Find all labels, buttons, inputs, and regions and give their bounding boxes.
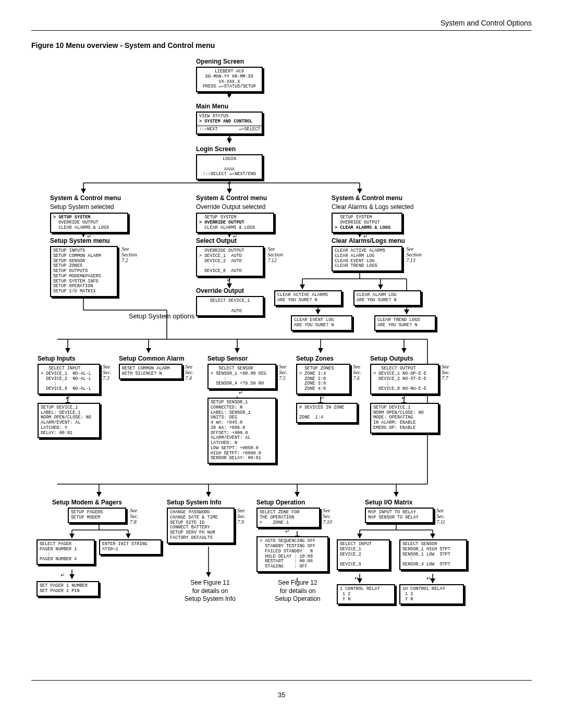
iomatrix-ctrl-b: 1H CONTROL RELAY 1 2 Y N	[399, 584, 464, 604]
svg-marker-75	[357, 534, 362, 538]
svg-marker-9	[227, 189, 232, 193]
setup-operation-lcd: SELECT ZONE FOR THE OPERATION > ZONE 1	[256, 508, 320, 528]
iomatrix-sel-input: SELECT INPUT DEVICE_1 DEVICE_2 : DEVICE_…	[337, 539, 390, 570]
scm1-lcd: > SETUP SYSTEM OVERRIDE OUTPUT CLEAR ALA…	[50, 213, 128, 233]
setup-iomatrix-block: Setup I/O Matrix MAP INPUT TO RELAY MAP …	[365, 498, 469, 525]
svg-marker-41	[318, 348, 323, 353]
page-header: System and Control Options	[31, 19, 532, 27]
setup-iomatrix-lcd: MAP INPUT TO RELAY MAP SENSOR TO RELAY	[365, 508, 434, 523]
ref-7-3: See Sec. 7.3	[103, 364, 111, 381]
page-root: System and Control Options Figure 10 Men…	[0, 0, 563, 711]
scm3-sub: Clear Alarms & Logs selected	[332, 203, 425, 211]
setup-zones-title: Setup Zones	[296, 355, 369, 362]
opening-title: Opening Screen	[196, 58, 263, 65]
see-fig-12: See Figure 12 for details on Setup Opera…	[259, 579, 337, 603]
scm-override: System & Control menu Override Output se…	[196, 193, 274, 239]
ref-7-7: See Sec. 7.7	[442, 364, 450, 381]
scm3-lcd: SETUP SYSTEM OVERRIDE OUTPUT > CLEAR ALA…	[332, 213, 402, 233]
ref-7-13: See Section 7.13	[406, 246, 421, 263]
ref-7-8: See Sec. 7.8	[130, 508, 138, 525]
svg-marker-43	[401, 348, 407, 353]
main-menu-block: Main Menu VIEW STATUS > SYSTEM AND CONTR…	[196, 102, 263, 141]
svg-marker-61	[394, 492, 399, 497]
opening-lcd: LIEBERT AC8 DD-MON-YY HR:MM:SS VX.XXX.X …	[196, 67, 263, 92]
svg-marker-67	[126, 534, 131, 538]
svg-marker-23	[300, 285, 305, 289]
scm1-title: System & Control menu	[50, 194, 128, 202]
svg-marker-81	[430, 578, 435, 583]
setup-system-lcd: SETUP INPUTS SETUP COMMON ALARM SETUP SE…	[50, 246, 118, 297]
enter-icon: ↵	[196, 93, 263, 98]
enter-icon: ↵	[426, 575, 431, 581]
init-string: ENTER INIT STRING ATS0=1	[99, 539, 162, 555]
diagram-canvas: Opening Screen LIEBERT AC8 DD-MON-YY HR:…	[31, 55, 532, 680]
select-pager: SELECT PAGER PAGER NUMBER 1 : PAGER NUMB…	[36, 539, 95, 565]
svg-marker-59	[295, 492, 300, 497]
iomatrix-ctrl-a: 1 CONTROL RELAY 1 2 Y N	[337, 584, 395, 604]
ref-7-10: See Sec. 7.10	[323, 508, 332, 525]
svg-marker-11	[357, 189, 362, 193]
scm-setup-system: System & Control menu Setup System selec…	[50, 193, 128, 239]
enter-icon: ↵	[256, 528, 318, 534]
setup-operation-title: Setup Operation	[256, 499, 345, 506]
svg-marker-57	[206, 492, 211, 497]
setup-outputs-detail: SETUP DEVICE_1 NORM OPEN/CLOSE: NO MODE:…	[370, 403, 439, 434]
svg-marker-77	[430, 534, 435, 538]
setup-modem-title: Setup Modem & Pagers	[52, 499, 172, 506]
ref-7-12: See Section 7.12	[267, 246, 283, 263]
ask-event: CLEAR EVENT LOG ARE YOU SURE? N	[291, 315, 352, 331]
setup-sysinfo-block: Setup System Info CHANGE PASSWORD CHANGE…	[167, 498, 261, 544]
enter-icon: ↵	[38, 395, 98, 401]
set-pager: SET PAGER 1 NUMBER SET PAGER 1 PIN	[36, 581, 99, 597]
setup-system-title: Setup System menu	[50, 237, 139, 244]
see-fig-11: See Figure 11 for details on Setup Syste…	[171, 579, 249, 603]
svg-marker-29	[404, 310, 409, 314]
setup-sensor-block: Setup Sensor SELECT SENSOR > SENSOR_1 +8…	[207, 354, 291, 464]
setup-zones-lcd: SETUP ZONES > ZONE 1:4 ZONE 2:0 ZONE 3:0…	[296, 364, 350, 394]
setup-common-alarm-title: Setup Common Alarm	[119, 355, 202, 362]
svg-marker-7	[81, 189, 86, 193]
main-menu-title: Main Menu	[196, 103, 263, 110]
scm2-title: System & Control menu	[196, 194, 274, 202]
svg-marker-69	[69, 574, 75, 579]
login-block: Login Screen LOGIN AAAA ↑↓=SELECT ↵=NEXT…	[196, 144, 263, 186]
enter-icon: ↵	[196, 180, 263, 186]
setup-system-block: Setup System menu SETUP INPUTS SETUP COM…	[50, 236, 139, 297]
svg-marker-35	[65, 348, 70, 353]
ask-alarm: CLEAR ALARM LOG ARE YOU SURE? N	[353, 290, 421, 306]
iomatrix-sel-sensor: SELECT SENSOR SENSOR_1 HIGH STPT SENSOR_…	[399, 539, 467, 570]
ask-trend: CLEAR TREND LOGS ARE YOU SURE? N	[374, 315, 436, 331]
scm1-sub: Setup System selected	[50, 203, 128, 211]
svg-marker-25	[378, 285, 383, 289]
select-output-lcd: OVERRIDE OUTPUT > DEVICE_1 AUTO DEVICE_2…	[196, 246, 264, 277]
login-title: Login Screen	[196, 145, 263, 153]
setup-operation-detail: > AUTO SEQUENCING OFF STANDBY TESTING OF…	[256, 536, 328, 572]
select-output-block: Select Output OVERRIDE OUTPUT > DEVICE_1…	[196, 236, 285, 283]
page-number: 35	[31, 691, 532, 699]
setup-sysinfo-lcd: CHANGE PASSWORD CHANGE DATE & TIME SETUP…	[167, 508, 235, 544]
svg-marker-37	[146, 348, 151, 353]
ref-7-6: See Sec. 7.6	[353, 364, 361, 381]
svg-marker-83	[206, 572, 211, 577]
enter-icon: ↵	[196, 135, 263, 141]
main-menu-lcd: VIEW STATUS > SYSTEM AND CONTROL ↑↓=NEXT…	[196, 112, 263, 134]
setup-sensor-lcd: SELECT SENSOR > SENSOR_1 +80.00 DEG : SE…	[207, 364, 276, 389]
setup-inputs-lcd: SELECT INPUT > DEVICE_1 NO-AL-L DEVICE_2…	[38, 364, 100, 394]
setup-sensor-title: Setup Sensor	[207, 355, 291, 362]
setup-options-label: Setup System options	[109, 312, 214, 320]
setup-outputs-title: Setup Outputs	[370, 355, 459, 362]
clear-alarms-title: Clear Alarms/Logs menu	[332, 237, 436, 244]
enter-icon: ↵	[354, 575, 359, 581]
setup-operation-block: Setup Operation SELECT ZONE FOR THE OPER…	[256, 498, 345, 572]
setup-modem-block: Setup Modem & Pagers SETUP PAGERS SETUP …	[52, 498, 172, 525]
svg-marker-65	[69, 534, 75, 538]
ask-active: CLEAR ACTIVE ALARMS ARE YOU SURE? N	[274, 290, 342, 306]
enter-icon: ↵	[196, 277, 262, 283]
setup-inputs-title: Setup Inputs	[38, 355, 116, 362]
enter-icon: ↵	[296, 395, 348, 401]
ref-7-11: See Sec. 7.11	[436, 508, 445, 525]
select-output-title: Select Output	[196, 237, 285, 244]
setup-modem-lcd: SETUP PAGERS SETUP MODEM	[68, 508, 126, 523]
setup-inputs-detail: SETUP DEVICE_1 LABEL: DEVICE_1 NORM OPEN…	[38, 403, 100, 439]
scm3-title: System & Control menu	[332, 194, 425, 202]
